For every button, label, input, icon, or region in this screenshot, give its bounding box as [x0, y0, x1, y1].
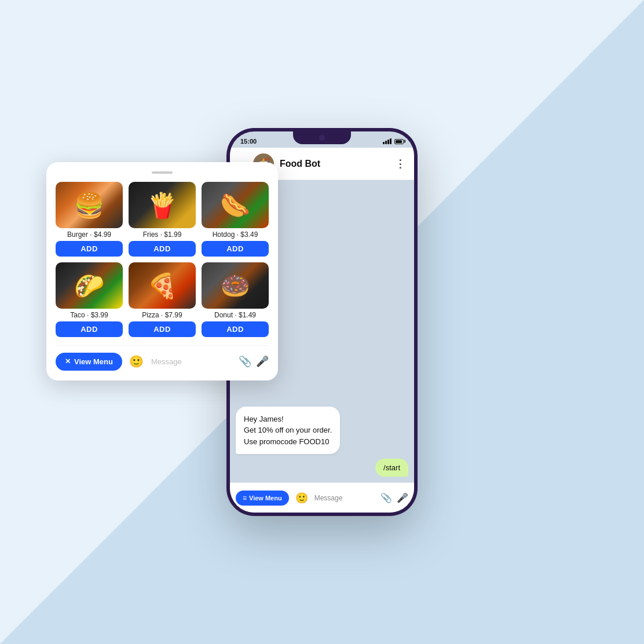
- menu-bottom-bar: ✕ View Menu 🙂 Message 📎 🎤: [56, 345, 269, 371]
- fries-image: [129, 182, 196, 228]
- pizza-label: Pizza · $7.99: [142, 311, 182, 319]
- view-menu-large-button[interactable]: ✕ View Menu: [56, 353, 122, 371]
- taco-label: Taco · $3.99: [70, 311, 108, 319]
- user-message: /start: [375, 459, 408, 477]
- battery-icon: [394, 139, 404, 144]
- phone-input-bar: ≡ View Menu 🙂 Message 📎 🎤: [230, 482, 414, 513]
- menu-item-taco: Taco · $3.99 ADD: [56, 262, 123, 337]
- pizza-image: [129, 262, 196, 309]
- drag-handle: [152, 171, 173, 174]
- signal-bar-3: [387, 140, 389, 144]
- battery-fill: [396, 140, 402, 143]
- menu-card: Burger · $4.99 ADD Fries · $1.99 ADD Hot…: [46, 162, 278, 380]
- burger-add-button[interactable]: ADD: [56, 241, 123, 257]
- signal-bar-1: [383, 142, 385, 144]
- scene: 15:00 ← 🍜: [0, 0, 644, 644]
- message-placeholder[interactable]: Message: [151, 357, 234, 366]
- view-menu-large-label: View Menu: [74, 357, 113, 366]
- pizza-add-button[interactable]: ADD: [129, 321, 196, 337]
- bot-message-text: Hey James!Get 10% off on your order.Use …: [244, 415, 332, 446]
- user-message-text: /start: [383, 463, 400, 472]
- notch-camera: [319, 135, 325, 141]
- view-menu-button[interactable]: ≡ View Menu: [236, 491, 289, 506]
- hotdog-label: Hotdog · $3.49: [213, 230, 258, 239]
- bot-name: Food Bot: [280, 159, 395, 169]
- mic-icon-card[interactable]: 🎤: [256, 355, 269, 368]
- attach-icon-card[interactable]: 📎: [239, 355, 251, 368]
- donut-image: [202, 262, 269, 309]
- more-menu-button[interactable]: ⋮: [395, 158, 406, 170]
- menu-item-donut: Donut · $1.49 ADD: [202, 262, 269, 337]
- menu-grid: Burger · $4.99 ADD Fries · $1.99 ADD Hot…: [56, 182, 269, 337]
- taco-add-button[interactable]: ADD: [56, 321, 123, 337]
- menu-item-burger: Burger · $4.99 ADD: [56, 182, 123, 257]
- mic-icon[interactable]: 🎤: [397, 492, 408, 503]
- menu-item-pizza: Pizza · $7.99 ADD: [129, 262, 196, 337]
- view-menu-label: View Menu: [249, 495, 282, 502]
- menu-lines-icon: ≡: [243, 494, 247, 502]
- menu-item-fries: Fries · $1.99 ADD: [129, 182, 196, 257]
- status-time: 15:00: [240, 138, 257, 145]
- hotdog-image: [202, 182, 269, 228]
- emoji-button-large[interactable]: 🙂: [127, 352, 147, 371]
- signal-bar-4: [390, 138, 391, 144]
- status-icons: [383, 138, 404, 144]
- message-input[interactable]: Message: [314, 494, 376, 502]
- phone-notch: [293, 131, 351, 144]
- signal-icon: [383, 138, 391, 144]
- donut-label: Donut · $1.49: [214, 311, 256, 319]
- burger-label: Burger · $4.99: [67, 230, 111, 239]
- donut-add-button[interactable]: ADD: [202, 321, 269, 337]
- burger-image: [56, 182, 123, 228]
- hotdog-add-button[interactable]: ADD: [202, 241, 269, 257]
- menu-item-hotdog: Hotdog · $3.49 ADD: [202, 182, 269, 257]
- taco-image: [56, 262, 123, 309]
- attach-icon[interactable]: 📎: [380, 492, 392, 503]
- bot-message: Hey James!Get 10% off on your order.Use …: [236, 407, 340, 455]
- x-icon: ✕: [65, 357, 71, 365]
- fries-label: Fries · $1.99: [143, 230, 182, 239]
- fries-add-button[interactable]: ADD: [129, 241, 196, 257]
- signal-bar-2: [385, 141, 387, 144]
- emoji-button-small[interactable]: 🙂: [294, 490, 310, 506]
